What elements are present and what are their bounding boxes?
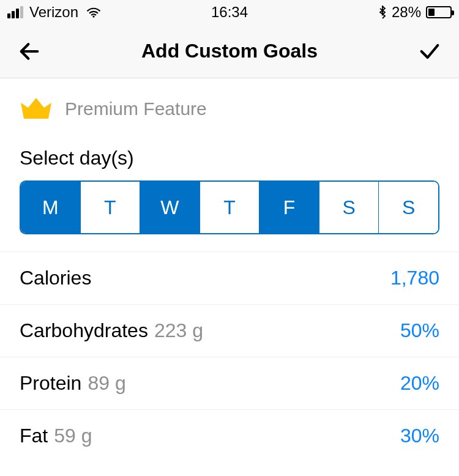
status-bar: Verizon 16:34 28% [0, 0, 459, 24]
select-days-label: Select day(s) [0, 147, 459, 180]
goal-label: Carbohydrates [20, 319, 148, 342]
status-left: Verizon [7, 4, 102, 21]
day-toggle-6[interactable]: S [378, 182, 438, 233]
day-toggle-0[interactable]: M [21, 182, 80, 233]
day-toggle-3[interactable]: T [200, 182, 259, 233]
premium-banner: Premium Feature [0, 78, 459, 147]
crown-icon [20, 95, 53, 122]
status-time: 16:34 [211, 4, 248, 21]
goal-sublabel: 89 g [88, 372, 125, 395]
confirm-button[interactable] [417, 39, 442, 64]
goal-row-protein[interactable]: Protein89 g20% [0, 357, 459, 410]
goal-label: Protein [20, 372, 81, 395]
day-toggle-4[interactable]: F [259, 182, 319, 233]
premium-label: Premium Feature [65, 99, 207, 119]
battery-icon [426, 6, 452, 18]
carrier-label: Verizon [29, 4, 78, 21]
goals-list: Calories1,780Carbohydrates223 g50%Protei… [0, 251, 459, 462]
bluetooth-icon [378, 6, 387, 19]
goal-row-fat[interactable]: Fat59 g30% [0, 410, 459, 462]
day-toggle-5[interactable]: S [319, 182, 379, 233]
wifi-icon [86, 4, 102, 20]
goal-row-calories[interactable]: Calories1,780 [0, 251, 459, 305]
day-selector: MTWTFSS [20, 180, 439, 234]
back-button[interactable] [17, 39, 42, 64]
goal-row-carbohydrates[interactable]: Carbohydrates223 g50% [0, 305, 459, 357]
day-toggle-1[interactable]: T [80, 182, 140, 233]
goal-value: 20% [400, 372, 439, 395]
goal-value: 50% [400, 319, 439, 342]
goal-value: 30% [400, 425, 439, 447]
nav-bar: Add Custom Goals [0, 24, 459, 78]
goal-sublabel: 59 g [54, 425, 92, 447]
goal-value: 1,780 [390, 267, 439, 289]
goal-label: Fat [20, 425, 48, 447]
signal-bars-icon [7, 6, 23, 18]
goal-label: Calories [20, 267, 91, 289]
goal-sublabel: 223 g [154, 319, 203, 342]
status-right: 28% [378, 4, 452, 21]
battery-percent-label: 28% [392, 4, 421, 21]
page-title: Add Custom Goals [141, 40, 318, 62]
day-toggle-2[interactable]: W [140, 182, 200, 233]
